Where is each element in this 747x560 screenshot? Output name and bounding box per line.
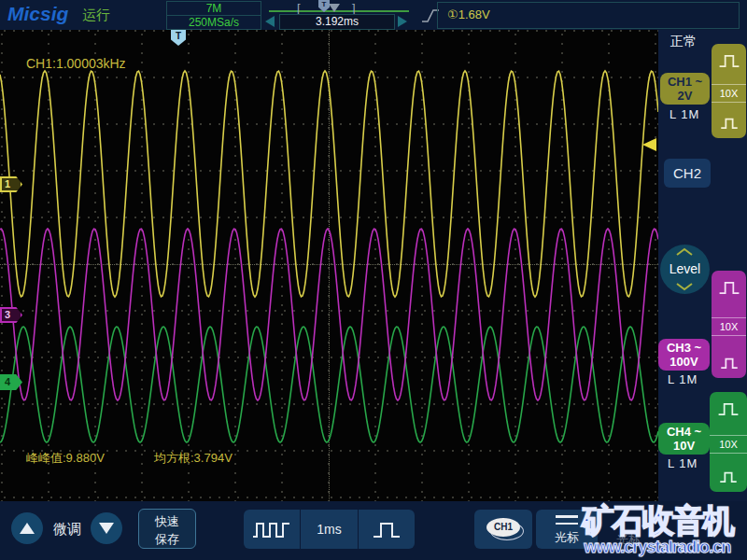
fine-tune-label: 微调	[53, 521, 81, 539]
ch3-probe-panel[interactable]: 10X	[712, 271, 746, 378]
cursor-button[interactable]: 光标	[536, 510, 598, 549]
trigger-info-box[interactable]: ①1.68V	[437, 2, 740, 29]
measurement-rms: 均方根:3.794V	[154, 450, 233, 467]
triangle-up-icon	[20, 523, 35, 534]
fine-up-button[interactable]	[11, 512, 43, 544]
ch4-impedance: L 1M	[668, 456, 698, 470]
ch1-probe-panel[interactable]: 10X	[712, 44, 746, 138]
fine-down-button[interactable]	[91, 512, 122, 544]
pulse-icon	[716, 399, 740, 418]
ch2-button[interactable]: CH2	[664, 159, 711, 188]
cursor-lines-icon	[556, 515, 578, 525]
ch4-probe-panel[interactable]: 10X	[710, 392, 747, 492]
micsig-logo: Micsig	[7, 3, 68, 25]
ch1-label: CH1 ~	[668, 75, 702, 89]
ch3-button[interactable]: CH3 ~ 100V	[658, 339, 710, 371]
ch3-label: CH3 ~	[667, 341, 701, 355]
ch4-scale: 10V	[673, 439, 695, 453]
chevron-down-icon	[674, 283, 695, 291]
timeline-position-icon[interactable]	[329, 4, 340, 12]
bottom-toolbar: 微调 快速 保存 1ms CH1 光标 光标	[0, 501, 747, 560]
trigger-source-button[interactable]: CH1	[474, 510, 532, 549]
measurement-vpp: 峰峰值:9.880V	[26, 450, 105, 467]
ch4-label: CH4 ~	[667, 425, 701, 439]
pulse-icon	[371, 518, 402, 540]
cursor-label: 光标	[555, 530, 579, 544]
time-left-arrow[interactable]	[265, 16, 275, 27]
level-button[interactable]: Level	[660, 245, 710, 294]
pulse-train-icon	[251, 518, 292, 540]
timeline-bracket-right: ]	[352, 1, 356, 15]
ch1-button[interactable]: CH1 ~ 2V	[660, 73, 710, 105]
time-position[interactable]: 3.192ms	[279, 14, 395, 30]
ch1-impedance: L 1M	[669, 107, 699, 121]
waveform-svg	[0, 30, 658, 501]
ch3-scale: 100V	[669, 355, 698, 369]
quick-save-button[interactable]: 快速 保存	[138, 509, 196, 549]
pulse-icon	[719, 356, 740, 371]
ch4-probe-ratio: 10X	[710, 435, 747, 454]
chevron-up-icon	[674, 247, 695, 256]
sample-rate: 250MSa/s	[167, 16, 261, 29]
oscilloscope-app: Micsig 运行 7M 250MSa/s [ ] T 3.192ms ①1.6…	[0, 0, 747, 560]
right-sidebar: 正常 10X CH1 ~ 2V L 1M CH2 Level 10X CH3 ~…	[658, 30, 747, 501]
timebase-slower-button[interactable]	[244, 510, 300, 549]
sample-info-box[interactable]: 7M 250MSa/s	[166, 1, 261, 30]
top-bar: Micsig 运行 7M 250MSa/s [ ] T 3.192ms ①1.6…	[0, 0, 747, 30]
pulse-icon	[717, 278, 741, 297]
ch1-scale: 2V	[678, 89, 693, 103]
trigger-mode-label: 正常	[670, 34, 697, 50]
timebase-group: 1ms	[244, 510, 415, 549]
ch4-button[interactable]: CH4 ~ 10V	[658, 423, 710, 455]
memory-depth: 7M	[167, 2, 261, 16]
timebase-faster-button[interactable]	[358, 510, 415, 549]
ch1-frequency-readout: CH1:1.00003kHz	[26, 56, 126, 71]
ch1-probe-ratio: 10X	[712, 84, 746, 103]
triangle-down-icon	[99, 523, 114, 534]
pulse-icon	[718, 469, 739, 484]
waveform-display[interactable]: T CH1:1.00003kHz 峰峰值:9.880V 均方根:3.794V 1…	[0, 30, 658, 501]
timeline-bracket-left: [	[297, 1, 301, 15]
trigger-source-label: CH1	[486, 518, 520, 537]
ch3-impedance: L 1M	[668, 372, 698, 386]
level-label: Level	[669, 261, 700, 276]
timebase-value[interactable]: 1ms	[300, 510, 357, 549]
ch3-probe-ratio: 10X	[712, 317, 746, 336]
time-right-arrow[interactable]	[398, 16, 407, 27]
cursor-ghost-label: 光标	[616, 531, 641, 548]
trigger-level-value: ①1.68V	[447, 7, 490, 21]
run-status: 运行	[82, 7, 110, 24]
pulse-icon	[719, 116, 740, 131]
pulse-icon	[717, 51, 741, 70]
